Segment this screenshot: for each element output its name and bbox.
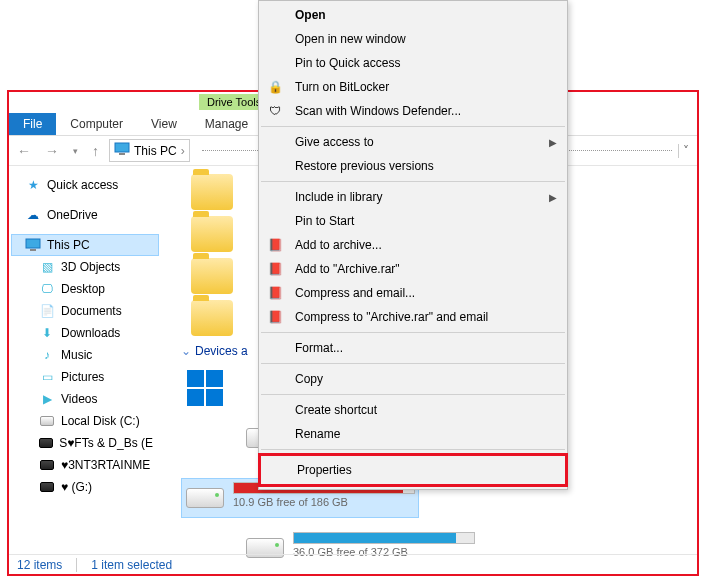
sidebar-item-localdisk-c[interactable]: Local Disk (C:)	[11, 410, 159, 432]
ctx-label: Copy	[295, 372, 323, 386]
ctx-bitlocker[interactable]: 🔒Turn on BitLocker	[259, 75, 567, 99]
ctx-add-archive[interactable]: 📕Add to archive...	[259, 233, 567, 257]
sidebar-item-label: Desktop	[61, 282, 105, 296]
svg-rect-1	[119, 153, 125, 155]
sidebar-item-3dobjects[interactable]: ▧3D Objects	[11, 256, 159, 278]
ctx-label: Format...	[295, 341, 343, 355]
forward-button[interactable]: →	[41, 143, 63, 159]
winrar-icon: 📕	[267, 261, 283, 277]
svg-rect-3	[30, 249, 36, 251]
ctx-give-access[interactable]: Give access to▶	[259, 130, 567, 154]
ctx-open[interactable]: Open	[259, 3, 567, 27]
nav-sidebar: ★ Quick access ☁ OneDrive This PC ▧3D Ob…	[9, 166, 161, 554]
manage-tab[interactable]: Manage	[191, 113, 262, 135]
separator	[261, 363, 565, 364]
context-menu: Open Open in new window Pin to Quick acc…	[258, 0, 568, 490]
chevron-down-icon: ⌄	[181, 344, 191, 358]
sidebar-item-drive-e[interactable]: S♥FTs & D_Bs (E	[11, 432, 159, 454]
winrar-icon: 📕	[267, 309, 283, 325]
documents-icon: 📄	[39, 303, 55, 319]
breadcrumb[interactable]: This PC ›	[109, 139, 190, 162]
star-icon: ★	[25, 177, 41, 193]
ctx-label: Scan with Windows Defender...	[295, 104, 461, 118]
sidebar-item-label: Videos	[61, 392, 97, 406]
ctx-pin-start[interactable]: Pin to Start	[259, 209, 567, 233]
status-selected-count: 1 item selected	[76, 558, 172, 572]
sidebar-item-label: Local Disk (C:)	[61, 414, 140, 428]
breadcrumb-chevron-icon: ›	[181, 144, 185, 158]
ctx-label: Add to "Archive.rar"	[295, 262, 400, 276]
svg-rect-0	[115, 143, 129, 152]
thispc-icon	[114, 142, 130, 159]
ctx-format[interactable]: Format...	[259, 336, 567, 360]
sidebar-item-documents[interactable]: 📄Documents	[11, 300, 159, 322]
ctx-label: Restore previous versions	[295, 159, 434, 173]
sidebar-onedrive[interactable]: ☁ OneDrive	[11, 204, 159, 226]
ctx-label: Rename	[295, 427, 340, 441]
ctx-restore-versions[interactable]: Restore previous versions	[259, 154, 567, 178]
section-label: Devices a	[195, 344, 248, 358]
sidebar-item-music[interactable]: ♪Music	[11, 344, 159, 366]
back-button[interactable]: ←	[13, 143, 35, 159]
thispc-icon	[25, 237, 41, 253]
ctx-label: Pin to Quick access	[295, 56, 400, 70]
separator	[261, 181, 565, 182]
sidebar-item-label: OneDrive	[47, 208, 98, 222]
computer-tab[interactable]: Computer	[56, 113, 137, 135]
winrar-icon: 📕	[267, 285, 283, 301]
ctx-properties-highlight: Properties	[258, 453, 568, 487]
ctx-include-library[interactable]: Include in library▶	[259, 185, 567, 209]
folder-icon[interactable]	[191, 174, 233, 210]
submenu-arrow-icon: ▶	[549, 192, 557, 203]
ctx-open-new-window[interactable]: Open in new window	[259, 27, 567, 51]
videos-icon: ▶	[39, 391, 55, 407]
submenu-arrow-icon: ▶	[549, 137, 557, 148]
file-tab[interactable]: File	[9, 113, 56, 135]
sidebar-item-videos[interactable]: ▶Videos	[11, 388, 159, 410]
ctx-label: Open	[295, 8, 326, 22]
view-tab[interactable]: View	[137, 113, 191, 135]
sidebar-item-drive-entertainment[interactable]: ♥3NT3RTAINME	[11, 454, 159, 476]
folder-icon[interactable]	[191, 258, 233, 294]
separator	[261, 332, 565, 333]
ctx-label: Properties	[297, 463, 352, 477]
sidebar-item-label: ♥3NT3RTAINME	[61, 458, 150, 472]
ctx-rename[interactable]: Rename	[259, 422, 567, 446]
folder-icon[interactable]	[191, 300, 233, 336]
ctx-label: Include in library	[295, 190, 382, 204]
ctx-pin-quick[interactable]: Pin to Quick access	[259, 51, 567, 75]
status-bar: 12 items 1 item selected	[9, 554, 697, 574]
up-button[interactable]: ↑	[88, 143, 103, 159]
winrar-icon: 📕	[267, 237, 283, 253]
breadcrumb-thispc: This PC	[134, 144, 177, 158]
drive-icon	[185, 482, 225, 514]
sidebar-item-desktop[interactable]: 🖵Desktop	[11, 278, 159, 300]
sidebar-item-label: Documents	[61, 304, 122, 318]
ctx-label: Pin to Start	[295, 214, 354, 228]
sidebar-item-label: Music	[61, 348, 92, 362]
separator	[261, 449, 565, 450]
separator	[261, 126, 565, 127]
ctx-properties[interactable]: Properties	[261, 456, 565, 484]
ctx-copy[interactable]: Copy	[259, 367, 567, 391]
sidebar-item-pictures[interactable]: ▭Pictures	[11, 366, 159, 388]
3dobjects-icon: ▧	[39, 259, 55, 275]
ctx-add-rar[interactable]: 📕Add to "Archive.rar"	[259, 257, 567, 281]
ctx-create-shortcut[interactable]: Create shortcut	[259, 398, 567, 422]
ctx-defender[interactable]: 🛡Scan with Windows Defender...	[259, 99, 567, 123]
ctx-label: Compress and email...	[295, 286, 415, 300]
sidebar-thispc[interactable]: This PC	[11, 234, 159, 256]
folder-icon[interactable]	[191, 216, 233, 252]
recent-dropdown[interactable]: ▾	[69, 146, 82, 156]
drive-icon	[39, 413, 55, 429]
sidebar-item-drive-g[interactable]: ♥ (G:)	[11, 476, 159, 498]
downloads-icon: ⬇	[39, 325, 55, 341]
sidebar-item-label: Pictures	[61, 370, 104, 384]
ctx-compress-rar-email[interactable]: 📕Compress to "Archive.rar" and email	[259, 305, 567, 329]
sidebar-item-downloads[interactable]: ⬇Downloads	[11, 322, 159, 344]
bitlocker-icon: 🔒	[267, 79, 283, 95]
windows-logo-icon	[185, 372, 225, 404]
ctx-compress-email[interactable]: 📕Compress and email...	[259, 281, 567, 305]
address-dropdown[interactable]: ˅	[678, 144, 693, 158]
sidebar-quick-access[interactable]: ★ Quick access	[11, 174, 159, 196]
